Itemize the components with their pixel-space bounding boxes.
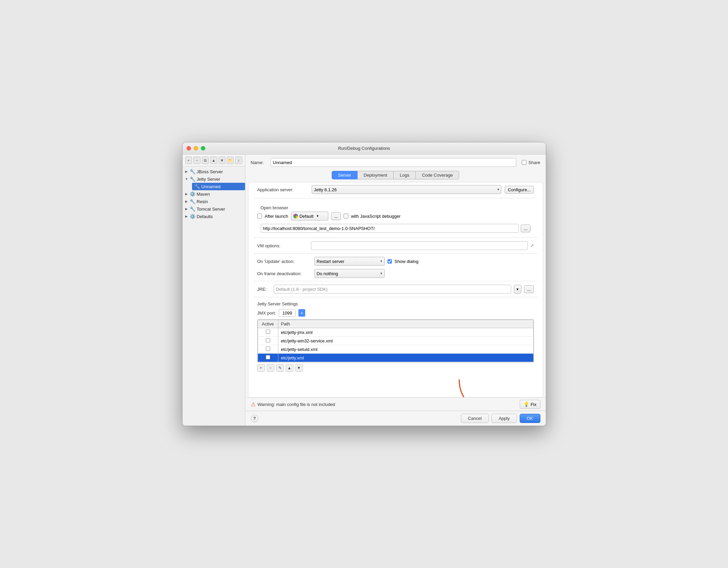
- tab-logs[interactable]: Logs: [394, 171, 416, 179]
- sidebar-item-unnamed[interactable]: 🔧 Unnamed: [192, 183, 245, 190]
- jmx-input[interactable]: [279, 309, 296, 317]
- name-input[interactable]: [271, 158, 516, 167]
- row1-path: etc/jetty-jmx.xml: [278, 328, 533, 337]
- table-row[interactable]: etc/jetty-setuid.xml: [258, 345, 533, 354]
- tomcat-label: Tomcat Server: [197, 207, 225, 212]
- open-browser-label: Open browser: [257, 202, 534, 212]
- on-update-label: On 'Update' action:: [257, 259, 312, 264]
- maven-label: Maven: [197, 192, 210, 197]
- sidebar-item-defaults[interactable]: ▶ ⚙️ Defaults: [183, 213, 245, 220]
- jmx-stepper-button[interactable]: +: [298, 309, 305, 317]
- warning-text: Warning: main config file is not include…: [258, 402, 335, 407]
- col-path-header: Path: [278, 320, 533, 328]
- tomcat-icon: 🔧: [190, 206, 195, 212]
- expand-vm-button[interactable]: ⤢: [531, 243, 534, 248]
- tab-server[interactable]: Server: [332, 171, 358, 179]
- bottom-buttons-bar: ? Cancel Apply OK: [245, 411, 546, 426]
- row4-checkbox[interactable]: [266, 355, 270, 359]
- open-browser-row: After launch Default ▼ ... with JavaScri…: [257, 212, 534, 220]
- url-input[interactable]: [261, 224, 519, 233]
- table-down-button[interactable]: ▼: [295, 364, 303, 372]
- sidebar-item-resin[interactable]: ▶ 🔧 Resin: [183, 198, 245, 205]
- on-update-select[interactable]: Restart server Update classes and resour…: [314, 257, 385, 266]
- share-checkbox[interactable]: [522, 160, 526, 165]
- divider-3: [254, 253, 537, 254]
- warning-icon: ⚠: [251, 401, 256, 408]
- row3-checkbox[interactable]: [266, 347, 270, 351]
- maximize-button[interactable]: [201, 146, 205, 150]
- jre-dropdown-button[interactable]: ▼: [514, 285, 521, 294]
- table-row[interactable]: etc/jetty-win32-service.xml: [258, 337, 533, 345]
- folder-button[interactable]: 📁: [227, 157, 234, 164]
- on-frame-row: On frame deactivation: Do nothing Update…: [254, 267, 537, 280]
- tomcat-chevron-icon: ▶: [185, 207, 189, 211]
- show-dialog-label: Show dialog: [395, 259, 419, 264]
- js-debugger-checkbox[interactable]: [344, 214, 348, 218]
- sidebar-item-jboss[interactable]: ▶ 🔧 JBoss Server: [183, 168, 245, 175]
- table-up-button[interactable]: ▲: [286, 364, 293, 372]
- help-button[interactable]: ?: [251, 415, 258, 422]
- fix-button[interactable]: 💡 Fix: [520, 400, 540, 409]
- jmx-label: JMX port:: [257, 310, 276, 316]
- table-edit-button[interactable]: ✎: [276, 364, 284, 372]
- sidebar-group-defaults: ▶ ⚙️ Defaults: [183, 213, 245, 220]
- unnamed-label: Unnamed: [202, 184, 221, 189]
- add-config-button[interactable]: +: [185, 157, 192, 164]
- unnamed-icon: 🔧: [195, 184, 200, 189]
- browser-dots-button[interactable]: ...: [331, 212, 341, 220]
- defaults-chevron-icon: ▶: [185, 215, 189, 218]
- browser-dropdown-icon: ▼: [316, 214, 319, 218]
- vm-options-input[interactable]: [311, 241, 528, 250]
- copy-config-button[interactable]: ⧉: [202, 157, 209, 164]
- col-active-header: Active: [258, 320, 278, 328]
- divider-5: [254, 297, 537, 297]
- sidebar-toolbar: + − ⧉ ▲ ▼ 📁 ↕: [183, 155, 245, 166]
- sidebar-item-maven[interactable]: ▶ ⚙️ Maven: [183, 190, 245, 198]
- ok-button[interactable]: OK: [520, 414, 540, 423]
- close-button[interactable]: [187, 146, 191, 150]
- move-up-button[interactable]: ▲: [210, 157, 217, 164]
- on-frame-select[interactable]: Do nothing Update classes and resources …: [314, 269, 385, 278]
- row2-checkbox[interactable]: [266, 338, 270, 342]
- share-label: Share: [528, 160, 540, 165]
- titlebar: Run/Debug Configurations: [183, 142, 546, 155]
- jetty-settings-section: Jetty Server Settings JMX port: + Active: [254, 299, 537, 376]
- table-row[interactable]: etc/jetty-jmx.xml: [258, 328, 533, 337]
- row1-checkbox[interactable]: [266, 330, 270, 334]
- table-row-selected[interactable]: etc/jetty.xml: [258, 354, 533, 362]
- tab-deployment[interactable]: Deployment: [358, 171, 394, 179]
- tab-code-coverage[interactable]: Code Coverage: [416, 171, 459, 179]
- warning-row: ⚠ Warning: main config file is not inclu…: [251, 401, 517, 408]
- remove-config-button[interactable]: −: [193, 157, 201, 164]
- apply-button[interactable]: Apply: [491, 414, 517, 423]
- app-server-row: Application server: Jetty 6.1.26 ▼ Confi…: [254, 182, 537, 197]
- row4-path: etc/jetty.xml: [278, 354, 533, 362]
- show-dialog-checkbox[interactable]: [387, 259, 392, 264]
- url-dots-button[interactable]: ...: [521, 225, 531, 232]
- table-add-button[interactable]: +: [257, 364, 265, 372]
- url-row: ...: [257, 223, 534, 234]
- after-launch-checkbox[interactable]: [257, 214, 262, 218]
- vm-options-row: VM options: ⤢: [254, 239, 537, 252]
- sidebar-group-resin: ▶ 🔧 Resin: [183, 198, 245, 205]
- app-server-select[interactable]: Jetty 6.1.26: [312, 185, 502, 194]
- app-server-label: Application server:: [257, 187, 308, 192]
- jre-dots-button[interactable]: ...: [524, 285, 534, 293]
- jre-label: JRE:: [257, 287, 271, 292]
- configure-button[interactable]: Configure...: [505, 186, 534, 194]
- browser-label: Default: [299, 214, 313, 219]
- jre-input[interactable]: [274, 285, 511, 294]
- table-remove-button[interactable]: −: [267, 364, 274, 372]
- resin-icon: 🔧: [190, 199, 195, 204]
- sidebar-group-maven: ▶ ⚙️ Maven: [183, 190, 245, 198]
- warning-bar: ⚠ Warning: main config file is not inclu…: [245, 397, 546, 411]
- minimize-button[interactable]: [194, 146, 198, 150]
- sidebar-item-jetty[interactable]: ▼ 🔧 Jetty Server: [183, 175, 245, 183]
- sort-button[interactable]: ↕: [235, 157, 242, 164]
- open-browser-section: Open browser After launch Default ▼: [254, 200, 537, 236]
- move-down-button[interactable]: ▼: [219, 157, 226, 164]
- cancel-button[interactable]: Cancel: [461, 414, 489, 423]
- sidebar-item-tomcat[interactable]: ▶ 🔧 Tomcat Server: [183, 205, 245, 213]
- config-table: Active Path etc/jetty-jmx.xml: [258, 320, 534, 362]
- traffic-lights: [187, 146, 205, 150]
